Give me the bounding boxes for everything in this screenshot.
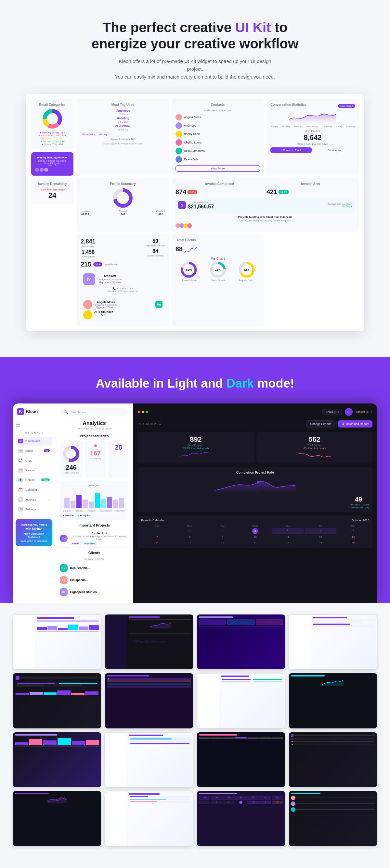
menu-toggle[interactable]: ☰ (16, 422, 20, 428)
thumb-14 (105, 791, 193, 846)
sidebar: K Kleon ☰ MAIN MENU ⊞ Dashboard ✉ Email … (13, 403, 55, 603)
thumb-10 (105, 732, 193, 787)
sidebar-item-kanban[interactable]: ⊟ Kanban (16, 466, 52, 475)
menu-label: MAIN MENU (17, 432, 51, 435)
close-circle[interactable] (138, 411, 140, 413)
calendar-card: Projects Calendar October 2020 Sun Mon T… (138, 516, 372, 548)
sidebar-item-email[interactable]: ✉ Email 56 (16, 446, 52, 456)
sidebar-item-chat[interactable]: 💬 Chat (16, 456, 52, 465)
calendar-header: Projects Calendar October 2020 (141, 519, 369, 522)
right-stats-col: 2,841 +62 Emails 1,456 Open Emails 59 Im… (77, 235, 169, 326)
thumb-15: Su Mo Tu We Th Fr Sa 1 2 3 4 5 6 (197, 791, 285, 846)
thumb-4 (289, 615, 377, 669)
page-subtitle: Lorem ipsum dolor sit amet (60, 427, 129, 430)
client-item-3: Hs Highspeed Studios (60, 586, 129, 598)
thumbnails-row-2 (13, 673, 377, 728)
thumbnails-row-1: © 手写达人工具 TAOBAO.COM (13, 615, 377, 669)
bar-chart-light (63, 489, 126, 508)
dual-dashboard: K Kleon ☰ MAIN MENU ⊞ Dashboard ✉ Email … (13, 403, 377, 603)
thumb-2: © 手写达人工具 TAOBAO.COM (105, 615, 193, 669)
new-card: 28 (108, 440, 129, 477)
thumb-1 (13, 615, 101, 669)
contact-icon: 👤 (18, 478, 23, 483)
hero-description: Kleon offers a lot of pre-made UI Kit wi… (114, 58, 276, 81)
dashboard-icon: ⊞ (18, 439, 23, 443)
clients-subtitle: Show 246 clients (60, 557, 129, 560)
window-controls (138, 411, 148, 413)
important-projects-title: Important Projects (60, 523, 129, 527)
conversation-stats-card: Conversation Statistics Save Report (267, 99, 359, 176)
project-item-1: CH Circle Hunt Redesign Landing Page Web… (60, 530, 129, 548)
sidebar-item-dashboard[interactable]: ⊞ Dashboard (16, 437, 52, 446)
thumb-9 (13, 732, 101, 787)
invoices-icon: 🧾 (18, 497, 23, 502)
hero-title: The perfect creative UI Kit to energize … (13, 20, 377, 52)
client-item-2: Fs Fullspeedo... (60, 574, 129, 586)
light-dashboard-preview: Email Categories ● Primary (27%): 763 ● … (26, 94, 364, 331)
chat-icon: 💬 (18, 458, 23, 463)
thumbnails-section: © 手写达人工具 TAOBAO.COM (0, 603, 390, 857)
kanban-promo: Increase your work with kanban Kleon Cle… (16, 519, 52, 547)
thumbnails-row-4: Su Mo Tu We Th Fr Sa 1 2 3 4 5 6 (13, 791, 377, 846)
language-badge[interactable]: ENGLISH (322, 409, 342, 415)
contacts-card: Contacts Show 486 contacts only Angela M… (172, 99, 264, 176)
thumbnails-row-3 (13, 732, 377, 787)
minimize-circle[interactable] (142, 411, 144, 413)
thumb-3 (197, 615, 285, 669)
download-report-button[interactable]: ⬇ Download Report (338, 421, 372, 428)
light-panel: K Kleon ☰ MAIN MENU ⊞ Dashboard ✉ Email … (13, 403, 133, 603)
calendar-icon: 📅 (18, 488, 23, 492)
email-categories-card: Email Categories ● Primary (27%): 763 ● … (31, 99, 74, 150)
invoice-cards: Invoice Completed 874 -8.9% Invoice Sent… (172, 178, 359, 232)
hero-section: The perfect creative UI Kit to energize … (0, 0, 390, 357)
dark-stat-total-clients: 562 Total Clients -2% than last month (256, 432, 372, 464)
calendar-grid: Sun Mon Tue Wed Thu Fri Sat 1 2 3 4 5 6 (141, 525, 369, 545)
dark-mode-section: Available in Light and Dark mode! K Kleo… (0, 357, 390, 603)
download-icon: ⬇ (342, 422, 344, 426)
sidebar-item-calendar[interactable]: 📅 Calendar (16, 485, 52, 494)
thumb-8 (289, 673, 377, 728)
sidebar-item-invoices[interactable]: 🧾 Invoices › (16, 495, 52, 504)
dark-stats-row: 892 New Projects +0.5% than last month 5… (138, 432, 372, 464)
email-icon: ✉ (18, 448, 23, 453)
logo-text: Kleon (26, 409, 38, 414)
dark-panel-header: ENGLISH Franklin Jr. ▾ (138, 408, 372, 416)
client-item-1: KG Ken Graphic... (60, 562, 129, 574)
dark-stat-new-projects: 892 New Projects +0.5% than last month (138, 432, 254, 464)
logo: K Kleon (16, 408, 52, 415)
user-info: Franklin Jr. ▾ (345, 408, 372, 416)
most-tag-card: Most Tag Used #business 153 Done #meetin… (77, 99, 169, 176)
settings-icon: ⚙ (18, 507, 23, 512)
thumb-13 (13, 791, 101, 846)
totals-pie-card: Total Clients 68 Pie Chart (172, 235, 264, 326)
thumb-12 (289, 732, 377, 787)
dark-section-title: Available in Light and Dark mode! (13, 376, 377, 391)
thumb-16 (289, 791, 377, 846)
thumb-6 (105, 673, 193, 728)
sidebar-item-settings[interactable]: ⚙ Settings (16, 505, 52, 514)
dark-panel: ENGLISH Franklin Jr. ▾ PERIOD REVIEW Cha… (133, 403, 377, 603)
thumb-5 (13, 673, 101, 728)
user-avatar (345, 408, 353, 416)
logo-icon: K (17, 408, 24, 415)
change-period-button[interactable]: Change Periode (306, 421, 335, 428)
main-content-light: 🔍 Search here Analytics Lorem ipsum dolo… (55, 403, 133, 603)
total-projects-card: 246 Total Projects (60, 440, 83, 477)
weekly-meeting-card: Weekly Meeting Projects Comer, Founded i… (31, 152, 74, 176)
thumb-11 (197, 732, 285, 787)
maximize-circle[interactable] (146, 411, 148, 413)
kanban-icon: ⊟ (18, 468, 23, 473)
dark-panel-subheader: PERIOD REVIEW Change Periode ⬇ Download … (138, 421, 372, 428)
completion-rate-card: Completion Project Rate (138, 467, 372, 512)
clients-title: Clients (60, 551, 129, 555)
sidebar-item-contact[interactable]: 👤 Contact NEW (16, 475, 52, 485)
ongoing-card: 167 On Going (85, 440, 106, 477)
thumb-7 (197, 673, 285, 728)
project-stats-title: Project Statistics (60, 434, 129, 438)
page-title: Analytics (60, 421, 129, 426)
profile-summary-card: Profile Summary Inactive45,215 Closed245… (77, 178, 169, 232)
stats-row: 246 Total Projects 167 On Going 28 (60, 440, 129, 477)
invoice-remaining-card: Invoice Remaining -8.9% from last month … (31, 178, 74, 204)
